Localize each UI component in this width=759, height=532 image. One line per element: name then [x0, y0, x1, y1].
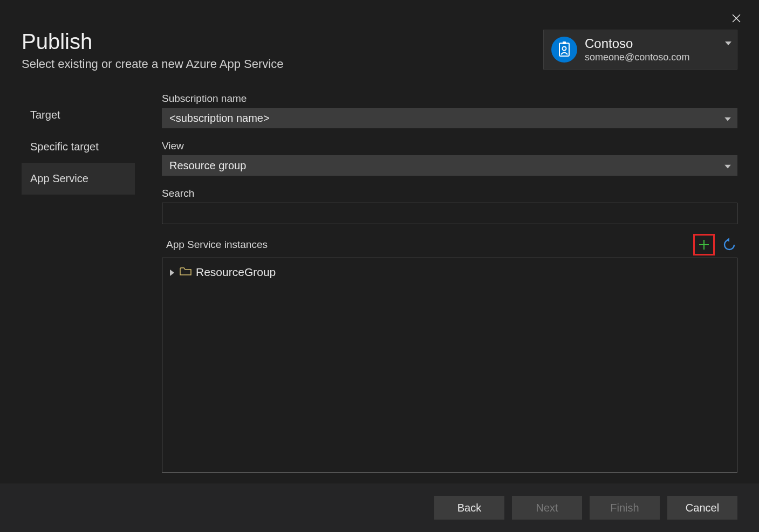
- tree-expander[interactable]: [170, 266, 175, 279]
- tree-item-label: ResourceGroup: [196, 266, 276, 279]
- svg-rect-3: [563, 42, 566, 44]
- view-value: Resource group: [169, 160, 246, 172]
- svg-point-4: [563, 47, 566, 51]
- tree-item-resource-group[interactable]: ResourceGroup: [168, 264, 731, 281]
- chevron-down-icon: [725, 42, 731, 46]
- account-email: someone@contoso.com: [585, 52, 689, 64]
- search-label: Search: [162, 188, 737, 199]
- sidebar-item-specific-target[interactable]: Specific target: [22, 131, 135, 163]
- subscription-dropdown[interactable]: <subscription name>: [162, 108, 737, 128]
- svg-marker-11: [170, 270, 174, 276]
- finish-button[interactable]: Finish: [590, 496, 660, 520]
- folder-icon: [180, 266, 192, 279]
- wizard-sidebar: Target Specific target App Service: [22, 93, 135, 473]
- svg-marker-7: [724, 165, 731, 169]
- chevron-down-icon: [724, 118, 731, 122]
- subscription-value: <subscription name>: [169, 112, 270, 125]
- dialog-header: Publish Select existing or create a new …: [0, 0, 759, 71]
- add-button-highlight: [693, 234, 715, 255]
- instances-actions: [693, 234, 737, 255]
- sidebar-item-app-service[interactable]: App Service: [22, 163, 135, 195]
- instances-label: App Service instances: [162, 239, 268, 251]
- cancel-button[interactable]: Cancel: [667, 496, 737, 520]
- publish-dialog: Publish Select existing or create a new …: [0, 0, 759, 532]
- svg-marker-6: [724, 118, 731, 121]
- account-picker[interactable]: Contoso someone@contoso.com: [543, 30, 737, 70]
- refresh-icon: [722, 238, 736, 252]
- back-button[interactable]: Back: [434, 496, 504, 520]
- svg-marker-5: [725, 42, 731, 45]
- subscription-caret: [724, 112, 731, 125]
- subscription-label: Subscription name: [162, 93, 737, 105]
- account-caret: [725, 37, 731, 49]
- account-avatar: [551, 37, 577, 63]
- main-panel: Subscription name <subscription name> Vi…: [135, 93, 737, 473]
- svg-marker-10: [727, 238, 729, 242]
- view-label: View: [162, 140, 737, 152]
- next-button[interactable]: Next: [512, 496, 582, 520]
- chevron-down-icon: [724, 165, 731, 169]
- view-dropdown[interactable]: Resource group: [162, 155, 737, 176]
- avatar-icon: [557, 42, 572, 58]
- instances-header: App Service instances: [162, 234, 737, 255]
- add-instance-button[interactable]: [696, 237, 712, 253]
- dialog-footer: Back Next Finish Cancel: [0, 483, 759, 532]
- search-input[interactable]: [162, 203, 737, 224]
- refresh-button[interactable]: [721, 237, 737, 253]
- sidebar-item-target[interactable]: Target: [22, 99, 135, 131]
- chevron-right-icon: [170, 270, 175, 276]
- dialog-body: Target Specific target App Service Subsc…: [0, 71, 759, 483]
- plus-icon: [698, 238, 710, 251]
- view-caret: [724, 160, 731, 172]
- account-name: Contoso: [585, 36, 689, 52]
- instances-tree[interactable]: ResourceGroup: [162, 258, 737, 473]
- account-text: Contoso someone@contoso.com: [585, 36, 689, 63]
